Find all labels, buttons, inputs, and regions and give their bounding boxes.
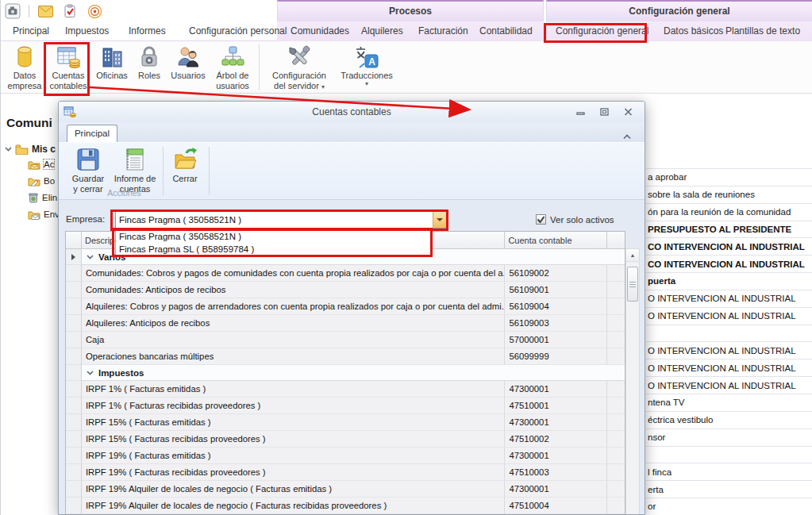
list-item[interactable]: O INTERVENCION AL INDUSTRIAL (646, 342, 812, 359)
tab-datos-basicos[interactable]: Datos básicos (658, 21, 729, 41)
dropdown-option[interactable]: Fincas Pragma SL ( B58959784 ) (116, 243, 430, 256)
tree-item-eliminados[interactable]: Elin (28, 190, 57, 205)
column-header-cuenta-contable[interactable]: Cuenta contable (505, 232, 607, 249)
combo-dropdown-button[interactable] (433, 212, 446, 228)
cell-descripcion: IRPF 19% ( Facturas emitidas ) (82, 448, 505, 464)
list-item[interactable]: ón para la reunión de la comunidad (646, 204, 812, 221)
tab-configuracion-personal[interactable]: Configuración personal (183, 21, 292, 41)
tree-item-enviados[interactable]: Env (28, 207, 60, 221)
table-row[interactable]: IRPF 19% Alquiler de locales de negocio … (66, 498, 625, 514)
table-row[interactable]: IRPF 19% ( Facturas emitidas )47300001 (66, 448, 625, 464)
arbol-de-usuarios-button[interactable]: Árbol de usuarios (210, 43, 255, 91)
oficinas-button[interactable]: Oficinas (91, 43, 133, 81)
close-icon[interactable] (622, 106, 633, 117)
roles-button[interactable]: Roles (133, 43, 166, 81)
tab-informes[interactable]: Informes (123, 21, 171, 41)
column-header-blank (607, 232, 625, 249)
list-item[interactable]: O INTERVENCION AL INDUSTRIAL (646, 359, 812, 377)
guardar-y-cerrar-button[interactable]: Guardar y cerrar (65, 147, 111, 194)
collapse-ribbon-icon[interactable] (622, 129, 632, 143)
list-item[interactable]: O INTERVENCION AL INDUSTRIAL (646, 290, 812, 308)
dialog-title-bar[interactable]: Cuentas contables (59, 102, 645, 122)
cell-cuenta: 56109004 (505, 298, 607, 315)
table-row[interactable]: Caja57000001 (66, 332, 625, 348)
checkbox-box[interactable] (536, 214, 546, 225)
table-row[interactable]: IRPF 1% ( Facturas recibidas proveedores… (66, 398, 625, 414)
row-indicator (66, 249, 82, 265)
check-icon (537, 215, 545, 224)
minimize-icon[interactable] (575, 106, 586, 117)
dialog-tab-principal[interactable]: Principal (67, 125, 117, 142)
list-item[interactable] (646, 447, 812, 464)
button-label: Informe de (114, 174, 156, 184)
informe-de-cuentas-button[interactable]: Informe de cuentas (110, 147, 160, 194)
scroll-up-icon[interactable]: ▲ (626, 249, 639, 262)
tree-item-aceptados[interactable]: Ac (28, 157, 54, 171)
tree-root-mis-comunidades[interactable]: Mis c (5, 144, 56, 155)
list-item[interactable]: CO INTERVENCION AL INDUSTRIAL (646, 256, 812, 273)
list-item[interactable]: O INTERVENCION AL INDUSTRIAL (646, 308, 812, 325)
tree-item-label: Elin (42, 193, 57, 202)
row-indicator (66, 365, 82, 381)
ver-solo-activos-checkbox[interactable]: Ver solo activos (536, 214, 614, 225)
group-row[interactable]: Impuestos (66, 365, 625, 381)
list-item[interactable]: erta (646, 481, 812, 498)
list-item[interactable]: PRESUPUESTO AL PRESIDENTE (646, 221, 812, 239)
empresa-combobox[interactable]: Fincas Pragma ( 35058521N ) (115, 211, 447, 229)
app-icon[interactable] (4, 2, 21, 20)
table-row[interactable]: Comunidades: Anticipos de recibos5610900… (66, 282, 625, 298)
list-item[interactable]: sobre la sala de reuniones (646, 186, 812, 204)
traducciones-button[interactable]: A Traducciones ▾ (335, 43, 398, 87)
tab-impuestos[interactable]: Impuestos (60, 21, 114, 41)
tab-alquileres[interactable]: Alquileres (356, 21, 409, 41)
table-row[interactable]: Operaciones bancarias múltipes56099999 (66, 348, 625, 365)
tree-item-borradores[interactable]: Bo (28, 174, 55, 188)
tab-plantillas-de-texto[interactable]: Plantillas de texto (720, 21, 806, 41)
usuarios-button[interactable]: Usuarios (166, 43, 210, 81)
dropdown-option[interactable]: Fincas Pragma ( 35058521N ) (116, 230, 430, 243)
tab-facturacion[interactable]: Facturación (413, 21, 474, 41)
table-row[interactable]: IRPF 15% ( Facturas emitidas )47300001 (66, 414, 625, 431)
list-item[interactable]: O INTERVENCION AL INDUSTRIAL (646, 377, 812, 394)
company-database-icon (12, 44, 37, 70)
list-item[interactable]: puerta (646, 273, 812, 290)
mail-icon[interactable] (37, 2, 54, 20)
list-item[interactable]: or (646, 498, 812, 515)
table-row[interactable]: IRPF 15% ( Facturas recibidas proveedore… (66, 431, 625, 448)
list-item[interactable]: CO INTERVENCION AL INDUSTRIAL (646, 238, 812, 256)
context-group-procesos: Procesos (277, 0, 544, 21)
grid-scrollbar[interactable]: ▲ (625, 248, 640, 515)
maximize-icon[interactable] (598, 106, 610, 117)
cell-cuenta: 47300001 (505, 481, 607, 498)
table-row[interactable]: Alquileres: Cobros y pagos de arrendador… (66, 298, 625, 315)
list-item[interactable]: ntena TV (646, 394, 812, 412)
list-item[interactable] (646, 325, 812, 343)
cell-cuenta: 56109001 (505, 282, 607, 298)
table-row[interactable]: IRPF 1% ( Facturas emitidas )47300001 (66, 381, 625, 398)
datos-empresa-button[interactable]: Datos empresa (4, 43, 45, 91)
cell-cuenta: 47510004 (505, 498, 607, 514)
list-item[interactable]: nsor (646, 429, 812, 447)
tab-contabilidad[interactable]: Contabilidad (474, 21, 538, 41)
configuracion-del-servidor-button[interactable]: Configuración del servidor ▾ (264, 43, 335, 91)
button-label: Cuentas (52, 71, 85, 81)
tab-principal[interactable]: Principal (7, 21, 55, 41)
roles-lock-icon (137, 44, 162, 70)
button-label: Datos (13, 71, 37, 81)
table-row[interactable]: IRPF 19% ( Facturas recibidas proveedore… (66, 464, 625, 481)
broadcast-icon[interactable] (86, 2, 103, 20)
cuentas-contables-button[interactable]: Cuentas contables (45, 43, 91, 91)
tab-configuracion-general[interactable]: Configuración general (550, 21, 654, 41)
accounts-table-icon (56, 44, 81, 70)
list-item[interactable]: a aprobar (646, 169, 812, 186)
tasks-icon[interactable] (61, 2, 79, 20)
scrollbar-thumb[interactable] (627, 267, 638, 302)
table-row[interactable]: Alquileres: Anticipos de recibos56109003 (66, 315, 625, 332)
table-row[interactable]: Comunidades: Cobros y pagos de comunidad… (66, 265, 625, 282)
table-row[interactable]: IRPF 19% Alquiler de locales de negocio … (66, 481, 625, 498)
list-item[interactable]: éctrica vestibulo (646, 412, 812, 429)
svg-text:A: A (368, 56, 375, 67)
list-item[interactable]: l finca (646, 463, 812, 481)
tab-comunidades[interactable]: Comunidades (285, 21, 355, 41)
cerrar-button[interactable]: Cerrar (165, 147, 205, 184)
